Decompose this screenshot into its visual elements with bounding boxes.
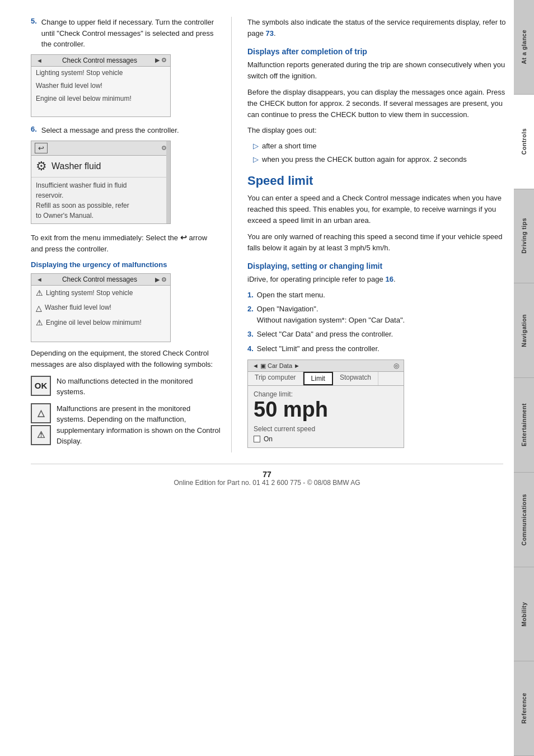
bullet-arrow-2: ▷ [253,154,259,165]
step-5-number: 5. [31,17,37,50]
back-arrow-inline: ↩ [180,233,189,242]
control-box-2-item-3: ⚠ Engine oil level below minimum! [31,315,170,330]
left-column: 5. Change to upper field if necessary. T… [31,17,221,452]
triangle-icon-1: △ [38,408,44,418]
step-r1-text: Open the start menu. [257,290,325,301]
warn-icon-1: ⚠ [36,287,43,299]
step-r1-num: 1. [247,290,254,301]
step-6-text: Select a message and press the controlle… [41,125,179,136]
control-box-1: ◄ Check Control messages ▶ ⚙ Lighting sy… [31,54,171,118]
warn-icon-3: ⚠ [36,316,43,329]
tab-limit[interactable]: Limit [303,372,333,385]
symbol-row-warn: △ ⚠ Malfunctions are present in the moni… [31,403,221,447]
control-box-2-item-1: ⚠ Lighting system! Stop vehicle [31,286,170,300]
step-r4: 4. Select "Limit" and press the controll… [247,343,508,354]
car-data-nav-left: ◄ ▣ Car Data ► [252,362,300,370]
control-box-1-item-1: Lighting system! Stop vehicle [31,67,170,80]
side-tabs: At a glance Controls Driving tips Naviga… [514,0,534,756]
tab-at-a-glance[interactable]: At a glance [514,0,534,95]
bullet-item-1: ▷ after a short time [253,141,508,152]
tab-driving-tips[interactable]: Driving tips [514,189,534,284]
service-page-ref: 73 [266,29,274,38]
ok-symbol-text: No malfunctions detected in the monitore… [57,376,221,398]
right-column: The symbols also indicate the status of … [242,17,508,452]
display-goes-out-label: The display goes out: [247,125,508,136]
displays-text-1: Malfunction reports generated during the… [247,59,508,82]
step-5: 5. Change to upper field if necessary. T… [31,17,221,117]
car-data-tabs: Trip computer Limit Stopwatch [248,372,404,386]
warn-symbol-box-2: ⚠ [31,425,51,445]
warn-icons-stack: △ ⚠ [31,403,51,445]
warn-icon-2: △ [36,302,42,314]
speed-display: 50 mph [254,398,398,422]
step-r2-num: 2. [247,304,254,325]
change-limit-label: Change limit: [254,390,398,398]
step-6-number: 6. [31,125,37,136]
ok-symbol-box: OK [31,376,51,396]
washer-body: Insufficient washer fluid in fluid reser… [31,178,170,223]
control-box-1-footer [31,105,170,116]
bullet-list: ▷ after a short time ▷ when you press th… [253,141,508,165]
step-r3-num: 3. [247,329,254,340]
bullet-arrow-1: ▷ [253,141,259,152]
steps-list: 1. Open the start menu. 2. Open "Navigat… [247,290,508,354]
control-box-2-title: Check Control messages [44,276,155,283]
back-arrow-button[interactable]: ↩ [35,143,48,153]
speed-limit-text-1: You can enter a speed and a Check Contro… [247,193,508,226]
on-checkbox[interactable] [254,436,260,442]
idrive-page-ref: 16 [385,275,393,283]
displays-after-trip-heading: Displays after completion of trip [247,47,508,56]
step-r3-text: Select "Car Data" and press the controll… [257,329,393,340]
tab-trip-computer[interactable]: Trip computer [248,372,303,385]
control-box-2-footer [31,330,170,342]
car-data-header: ◄ ▣ Car Data ► ◎ [248,360,404,372]
triangle-icon-2: ⚠ [37,430,45,440]
left-arrow-icon-2: ◄ [35,276,44,283]
control-box-1-item-2: Washer fluid level low! [31,80,170,92]
page-number: 77 [31,470,503,479]
left-arrow-icon: ◄ [35,57,44,64]
washer-box: ↩ ⚙ ⚙ Washer fluid Insufficient washer f… [31,141,171,224]
step-r3: 3. Select "Car Data" and press the contr… [247,329,508,340]
tab-mobility[interactable]: Mobility [514,567,534,662]
control-box-1-title: Check Control messages [44,57,155,64]
select-speed-label: Select current speed [254,425,398,433]
step-5-text: Change to upper field if necessary. Turn… [41,17,221,50]
scrollbar[interactable] [166,141,170,223]
tab-stopwatch[interactable]: Stopwatch [333,372,378,385]
control-box-2: ◄ Check Control messages ▶ ⚙ ⚠ Lighting … [31,273,171,342]
depending-text: Depending on the equipment, the stored C… [31,348,221,370]
warn-symbol-box-1: △ [31,403,51,423]
washer-title: Washer fluid [51,161,101,171]
play-icon-2: ▶ ⚙ [155,276,167,283]
tab-navigation[interactable]: Navigation [514,283,534,378]
tab-communications[interactable]: Communications [514,473,534,567]
symbol-row-ok: OK No malfunctions detected in the monit… [31,376,221,398]
idrive-text: iDrive, for operating principle refer to… [247,274,508,285]
column-divider [231,17,232,452]
warn-symbol-text: Malfunctions are present in the monitore… [57,403,221,447]
tab-controls[interactable]: Controls [514,95,534,189]
tab-reference[interactable]: Reference [514,661,534,756]
exit-text: To exit from the menu immediately: Selec… [31,232,221,255]
washer-box-header: ↩ ⚙ [31,141,170,156]
on-label: On [264,435,273,443]
tab-entertainment[interactable]: Entertainment [514,378,534,473]
step-r4-text: Select "Limit" and press the controller. [257,343,380,354]
car-data-box: ◄ ▣ Car Data ► ◎ Trip computer Limit Sto… [247,360,404,448]
control-box-1-header: ◄ Check Control messages ▶ ⚙ [31,55,170,67]
service-text: The symbols also indicate the status of … [247,17,508,39]
step-6: 6. Select a message and press the contro… [31,125,221,224]
step-r2: 2. Open "Navigation".Without navigation … [247,304,508,325]
speed-limit-text-2: You are only warned of reaching this spe… [247,231,508,254]
control-box-2-header: ◄ Check Control messages ▶ ⚙ [31,274,170,286]
symbols-section: OK No malfunctions detected in the monit… [31,376,221,447]
washer-title-row: ⚙ Washer fluid [31,156,170,178]
on-checkbox-row: On [254,435,398,443]
control-box-1-item-3: Engine oil level below minimum! [31,92,170,105]
footer-text: Online Edition for Part no. 01 41 2 600 … [31,479,503,487]
play-icon: ▶ ⚙ [155,57,167,64]
displays-text-2: Before the display disappears, you can d… [247,87,508,120]
step-r1: 1. Open the start menu. [247,290,508,301]
control-box-2-item-2: △ Washer fluid level low! [31,301,170,315]
